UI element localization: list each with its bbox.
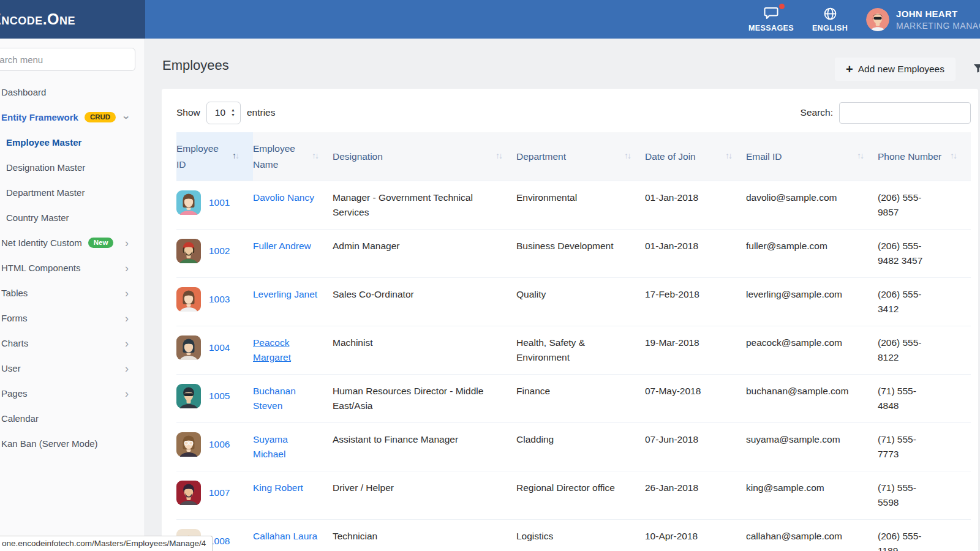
employee-id-cell: 1003 — [176, 277, 253, 326]
sidebar-item-kan-ban-server-mode[interactable]: Kan Ban (Server Mode) — [0, 431, 145, 456]
email-cell: king@sample.com — [746, 471, 878, 519]
table-row: 1008Callahan LauraTechnicianLogistics10-… — [176, 519, 971, 551]
email-cell: fuller@sample.com — [746, 229, 878, 277]
sidebar-menu: DashboardEntity FrameworkCRUD›Employee M… — [0, 80, 145, 456]
sidebar-item-net-identity-custom[interactable]: Net Identity CustomNew› — [0, 230, 145, 255]
sidebar-item-label: Designation Master — [6, 162, 85, 173]
sidebar-item-html-components[interactable]: HTML Components› — [0, 255, 145, 280]
column-label: Department — [516, 151, 566, 162]
column-header-designation[interactable]: Designation↑↓ — [333, 132, 516, 181]
phone-cell: (71) 555-5598 — [878, 471, 971, 519]
sidebar-item-label: HTML Components — [1, 263, 81, 273]
column-label: Date of Join — [645, 151, 696, 162]
email-cell: peacock@sample.com — [746, 326, 878, 374]
date-of-join-cell: 07-May-2018 — [645, 374, 746, 422]
column-header-employee-id[interactable]: Employee ID↑↓ — [176, 132, 253, 181]
column-header-date-of-join[interactable]: Date of Join↑↓ — [645, 132, 746, 181]
sidebar-item-department-master[interactable]: Department Master — [0, 180, 145, 205]
employee-avatar — [176, 239, 201, 263]
employee-name-link[interactable]: Callahan Laura — [253, 531, 317, 541]
employee-id-link[interactable]: 1007 — [209, 485, 230, 500]
designation-cell: Admin Manager — [333, 229, 516, 277]
employee-id-link[interactable]: 1001 — [209, 195, 230, 210]
header-row: Employee ID↑↓Employee Name↑↓Designation↑… — [176, 132, 971, 181]
employee-name-link[interactable]: King Robert — [253, 482, 303, 493]
employee-name-link[interactable]: Davolio Nancy — [253, 192, 314, 203]
sidebar-item-entity-framework[interactable]: Entity FrameworkCRUD› — [0, 105, 145, 130]
date-of-join-cell: 01-Jan-2018 — [645, 229, 746, 277]
employee-name-link[interactable]: Suyama Michael — [253, 434, 288, 459]
designation-cell: Assistant to Finance Manager — [333, 422, 516, 471]
column-header-phone-number[interactable]: Phone Number↑↓ — [878, 132, 971, 181]
department-cell: Business Development — [516, 229, 645, 277]
phone-cell: (206) 555-1189 — [878, 519, 971, 551]
language-button[interactable]: ENGLISH — [811, 7, 849, 32]
employee-name-cell: Fuller Andrew — [253, 229, 333, 277]
table-row: 1004Peacock MargaretMachinistHealth, Saf… — [176, 326, 971, 374]
designation-cell: Sales Co-Ordinator — [333, 277, 516, 326]
user-name: JOHN HEART — [896, 9, 980, 19]
sort-arrows-icon: ↑↓ — [232, 149, 238, 163]
employee-name-link[interactable]: Buchanan Steven — [253, 386, 296, 411]
sidebar-item-label: Department Master — [6, 187, 85, 198]
sidebar-badge-new: New — [88, 238, 114, 249]
column-header-department[interactable]: Department↑↓ — [516, 132, 645, 181]
phone-cell: (206) 555-8122 — [878, 326, 971, 374]
message-bubble-icon — [763, 7, 779, 21]
chevron-right-icon: › — [125, 388, 129, 399]
sidebar-item-dashboard[interactable]: Dashboard — [0, 80, 145, 105]
sidebar-item-charts[interactable]: Charts› — [0, 331, 145, 356]
show-label: Show — [176, 107, 200, 118]
brand-logo[interactable]: Encode.One — [0, 0, 145, 39]
employee-avatar — [176, 335, 201, 360]
page-size-select[interactable]: 10 ▲▼ — [206, 102, 241, 124]
column-header-employee-name[interactable]: Employee Name↑↓ — [253, 132, 333, 181]
employee-name-cell: Leverling Janet — [253, 277, 333, 326]
sidebar-item-user[interactable]: User› — [0, 356, 145, 381]
sidebar-item-forms[interactable]: Forms› — [0, 305, 145, 331]
navbar-right: MESSAGES ENGLISH — [748, 0, 980, 39]
table-controls: Show 10 ▲▼ entries Search: — [176, 101, 971, 124]
filter-icon[interactable] — [973, 64, 980, 75]
email-cell: callahan@sample.com — [746, 519, 878, 551]
employee-name-link[interactable]: Peacock Margaret — [253, 337, 291, 362]
chevron-right-icon: › — [125, 288, 129, 299]
search-label: Search: — [801, 107, 833, 118]
sidebar-item-employee-master[interactable]: Employee Master — [0, 130, 145, 155]
sidebar-item-tables[interactable]: Tables› — [0, 280, 145, 305]
sidebar-item-label: Pages — [1, 388, 28, 399]
sidebar-search-input[interactable] — [0, 48, 135, 71]
column-label: Designation — [333, 151, 383, 162]
sidebar-item-label: Tables — [1, 288, 28, 298]
department-cell: Logistics — [516, 519, 645, 551]
sidebar-search — [0, 48, 145, 71]
employee-name-link[interactable]: Leverling Janet — [253, 289, 317, 299]
user-info: JOHN HEART MARKETING MANAGER — [896, 9, 980, 31]
department-cell: Quality — [516, 277, 645, 326]
sidebar-item-country-master[interactable]: Country Master — [0, 205, 145, 230]
column-label: Email ID — [746, 151, 782, 162]
sidebar-item-label: Employee Master — [6, 137, 81, 148]
add-new-employees-button[interactable]: + Add new Employees — [835, 58, 956, 81]
employee-id-link[interactable]: 1002 — [209, 244, 230, 258]
sidebar-item-label: Kan Ban (Server Mode) — [1, 438, 98, 449]
entries-label: entries — [247, 107, 276, 118]
globe-icon — [823, 7, 837, 21]
employee-name-cell: Buchanan Steven — [253, 374, 333, 422]
user-menu[interactable]: JOHN HEART MARKETING MANAGER — [866, 8, 980, 31]
employee-id-link[interactable]: 1003 — [209, 292, 230, 307]
table-search-input[interactable] — [839, 102, 971, 124]
sidebar-item-pages[interactable]: Pages› — [0, 381, 145, 406]
email-cell: davolio@sample.com — [746, 181, 878, 229]
employee-id-link[interactable]: 1004 — [209, 340, 230, 355]
sidebar-item-label: Entity Framework — [1, 112, 78, 122]
column-header-email-id[interactable]: Email ID↑↓ — [746, 132, 878, 181]
messages-button[interactable]: MESSAGES — [748, 7, 794, 32]
employee-id-link[interactable]: 1005 — [209, 389, 230, 403]
phone-cell: (71) 555-7773 — [878, 422, 971, 471]
employee-name-link[interactable]: Fuller Andrew — [253, 241, 311, 251]
sidebar-item-designation-master[interactable]: Designation Master — [0, 155, 145, 180]
sidebar-item-calendar[interactable]: Calendar — [0, 406, 145, 431]
designation-cell: Driver / Helper — [333, 471, 516, 519]
employee-id-link[interactable]: 1006 — [209, 437, 230, 452]
